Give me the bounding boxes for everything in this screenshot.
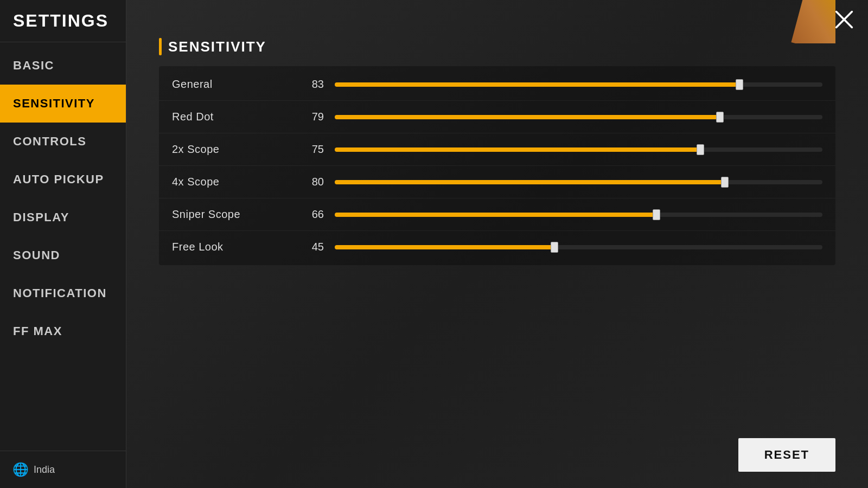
slider-track-general <box>335 82 822 87</box>
region-label: India <box>34 464 55 476</box>
sliders-container: General83Red Dot792x Scope754x Scope80Sn… <box>159 66 835 265</box>
main-content: SENSITIVITY General83Red Dot792x Scope75… <box>126 0 868 488</box>
close-button[interactable] <box>831 7 857 33</box>
slider-label-general: General <box>172 78 291 91</box>
slider-row-general: General83 <box>159 68 835 101</box>
slider-value-free-look: 45 <box>291 241 324 253</box>
slider-fill-2x-scope <box>335 147 700 152</box>
slider-label-2x-scope: 2x Scope <box>172 143 291 156</box>
settings-title: SETTINGS <box>0 0 126 42</box>
slider-value-sniper-scope: 66 <box>291 208 324 221</box>
slider-track-container-sniper-scope[interactable] <box>335 209 822 220</box>
slider-fill-free-look <box>335 245 554 249</box>
slider-row-2x-scope: 2x Scope75 <box>159 133 835 166</box>
sidebar-item-sensitivity[interactable]: SENSITIVITY <box>0 85 126 123</box>
slider-row-free-look: Free Look45 <box>159 231 835 263</box>
sidebar-footer: 🌐 India <box>0 451 126 488</box>
sidebar-item-basic[interactable]: BASIC <box>0 47 126 85</box>
slider-thumb-sniper-scope[interactable] <box>653 209 660 220</box>
reset-button[interactable]: RESET <box>738 438 835 472</box>
content-area: SENSITIVITY General83Red Dot792x Scope75… <box>126 0 868 488</box>
slider-fill-red-dot <box>335 115 720 119</box>
slider-thumb-free-look[interactable] <box>551 242 558 253</box>
section-accent <box>159 38 162 55</box>
slider-track-sniper-scope <box>335 213 822 217</box>
slider-value-general: 83 <box>291 78 324 91</box>
sidebar-item-notification[interactable]: NOTIFICATION <box>0 274 126 312</box>
slider-value-4x-scope: 80 <box>291 176 324 188</box>
section-title: SENSITIVITY <box>168 38 266 55</box>
slider-value-red-dot: 79 <box>291 111 324 123</box>
slider-fill-4x-scope <box>335 180 725 184</box>
slider-label-red-dot: Red Dot <box>172 111 291 123</box>
close-icon <box>834 10 854 29</box>
slider-track-container-red-dot[interactable] <box>335 112 822 123</box>
sidebar-item-auto-pickup[interactable]: AUTO PICKUP <box>0 160 126 198</box>
slider-row-red-dot: Red Dot79 <box>159 101 835 133</box>
slider-row-sniper-scope: Sniper Scope66 <box>159 198 835 231</box>
sidebar-nav: BASICSENSITIVITYCONTROLSAUTO PICKUPDISPL… <box>0 47 126 451</box>
slider-track-4x-scope <box>335 180 822 184</box>
slider-track-2x-scope <box>335 147 822 152</box>
slider-fill-sniper-scope <box>335 213 656 217</box>
sidebar: SETTINGS BASICSENSITIVITYCONTROLSAUTO PI… <box>0 0 126 488</box>
slider-track-container-free-look[interactable] <box>335 242 822 253</box>
slider-value-2x-scope: 75 <box>291 143 324 156</box>
section-header: SENSITIVITY <box>159 38 835 55</box>
slider-track-container-4x-scope[interactable] <box>335 177 822 188</box>
slider-thumb-2x-scope[interactable] <box>697 144 704 155</box>
globe-icon: 🌐 <box>13 462 28 477</box>
sidebar-item-display[interactable]: DISPLAY <box>0 198 126 236</box>
slider-track-red-dot <box>335 115 822 119</box>
sidebar-item-ff-max[interactable]: FF MAX <box>0 312 126 350</box>
sidebar-item-sound[interactable]: SOUND <box>0 236 126 274</box>
slider-thumb-4x-scope[interactable] <box>721 177 729 188</box>
slider-label-sniper-scope: Sniper Scope <box>172 208 291 221</box>
slider-row-4x-scope: 4x Scope80 <box>159 166 835 198</box>
slider-track-container-general[interactable] <box>335 79 822 90</box>
slider-track-container-2x-scope[interactable] <box>335 144 822 155</box>
slider-label-free-look: Free Look <box>172 241 291 253</box>
slider-track-free-look <box>335 245 822 249</box>
slider-thumb-red-dot[interactable] <box>716 112 724 123</box>
sidebar-item-controls[interactable]: CONTROLS <box>0 123 126 160</box>
slider-thumb-general[interactable] <box>736 79 743 90</box>
slider-fill-general <box>335 82 739 87</box>
slider-label-4x-scope: 4x Scope <box>172 176 291 188</box>
